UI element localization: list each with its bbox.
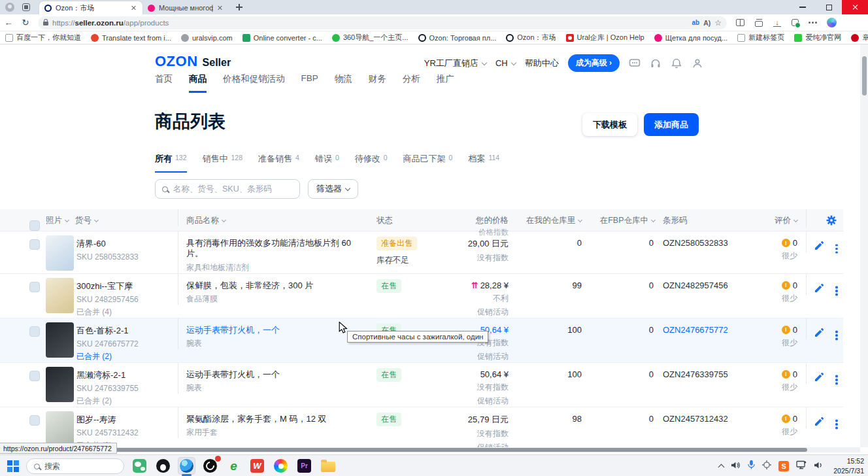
edit-pencil-icon[interactable] (815, 372, 824, 384)
filter-tab[interactable]: 待修改0 (355, 153, 388, 173)
taskbar-search[interactable]: 搜索 (26, 458, 124, 474)
obs-icon[interactable] (201, 457, 219, 475)
nav-item[interactable]: 推广 (437, 73, 454, 93)
merged-label[interactable]: 已合并 (4) (76, 307, 173, 318)
filter-tab[interactable]: 销售中128 (203, 153, 243, 173)
taskbar-clock[interactable]: 15:52 2025/7/31 (833, 456, 864, 475)
lock-icon[interactable] (43, 22, 48, 26)
product-photo[interactable] (46, 411, 74, 447)
close-button[interactable] (842, 0, 868, 14)
headset-icon[interactable] (650, 58, 661, 69)
profile-avatar-icon[interactable] (5, 3, 14, 12)
price-value[interactable]: 29,00 日元 (468, 239, 509, 248)
bookmark-item[interactable]: 爱纯净官网 (794, 33, 841, 42)
download-icon[interactable]: ↓ (773, 19, 781, 27)
product-name[interactable]: 具有消毒作用的强效多功能清洁地板片剂 60 片。 (186, 238, 365, 260)
edit-pencil-icon[interactable] (815, 328, 824, 339)
merged-label[interactable]: 已合并 (2) (76, 351, 173, 362)
product-article[interactable]: 黑濑湾标-2-1 (76, 369, 173, 381)
horizontal-scrollbar-thumb[interactable] (0, 448, 807, 452)
gear-icon[interactable] (826, 218, 837, 228)
product-photo[interactable] (46, 367, 74, 402)
ozon-logo[interactable]: OZON Seller (155, 53, 231, 70)
price-value[interactable]: 25,79 日元 (468, 415, 509, 424)
column-article[interactable]: 货号 (75, 209, 178, 226)
help-center-link[interactable]: 帮助中心 (525, 58, 559, 69)
vertical-scrollbar-thumb[interactable] (862, 56, 867, 95)
table-row[interactable]: 黑濑湾标-2-1 SKU 2476339755 已合并 (2) 运动手表带打火机… (0, 363, 843, 407)
color-wheel-icon[interactable] (272, 457, 290, 475)
price-value[interactable]: 50,64 ¥ (480, 369, 509, 379)
folder-icon[interactable] (319, 457, 337, 475)
store-selector[interactable]: YR工厂直销店 (424, 58, 486, 69)
product-article[interactable]: 百色-首标-2-1 (76, 325, 173, 337)
table-row[interactable]: 300zhi--宝下摩 SKU 2482957456 已合并 (4) 保鲜膜，包… (0, 274, 843, 318)
filter-tab[interactable]: 档案114 (468, 153, 499, 173)
add-product-button[interactable]: 添加商品 (644, 113, 699, 136)
filter-tab[interactable]: 错误0 (315, 153, 339, 173)
back-icon[interactable]: ← (0, 18, 17, 27)
table-row[interactable]: 清界-60 SKU 2580532833 具有消毒作用的强效多功能清洁地板片剂 … (0, 231, 843, 274)
nav-item[interactable]: 价格和促销活动 (223, 73, 285, 93)
bookmark-item[interactable]: Online converter - c... (242, 34, 322, 42)
row-menu-icon[interactable] (835, 416, 838, 428)
download-template-button[interactable]: 下载模板 (582, 113, 637, 136)
bookmark-item[interactable]: Ozon：市场 (506, 33, 556, 42)
filter-tab[interactable]: 准备销售4 (258, 153, 299, 173)
bookmark-item[interactable]: Translate text from i... (91, 34, 171, 42)
nav-item[interactable]: 物流 (335, 73, 352, 93)
column-stock[interactable]: 在我的仓库里 (516, 209, 588, 226)
edge-icon[interactable] (178, 457, 195, 475)
product-name[interactable]: 聚氨酯涂层，家务手套，M 码，12 双 (186, 414, 365, 424)
tab-close-icon[interactable] (131, 5, 137, 11)
split-screen-icon[interactable] (736, 19, 744, 26)
row-checkbox[interactable] (29, 326, 40, 337)
edit-pencil-icon[interactable] (815, 416, 824, 428)
table-row[interactable]: 图岁--寿涛 SKU 2457312432 已合并 (3) 聚氨酯涂层，家务手套… (0, 407, 843, 448)
price-value[interactable]: 28,28 ¥ (480, 280, 509, 290)
workspaces-icon[interactable] (22, 3, 30, 11)
minimize-button[interactable] (790, 0, 816, 14)
wechat-icon[interactable] (131, 457, 148, 475)
new-tab-button[interactable] (234, 2, 244, 12)
horizontal-scrollbar[interactable] (0, 447, 860, 452)
bookmark-item[interactable]: 百度一下，你就知道 (5, 33, 81, 42)
filter-tab[interactable]: 商品已下架0 (403, 153, 453, 173)
display-icon[interactable] (796, 460, 807, 472)
column-name[interactable]: 商品名称 (178, 209, 373, 226)
wps-icon[interactable] (248, 457, 266, 475)
url-text[interactable]: https://seller.ozon.ru/app/products (52, 19, 688, 27)
product-photo[interactable] (46, 278, 74, 313)
maximize-button[interactable] (816, 0, 842, 14)
search-input[interactable]: 名称、货号、SKU、条形码 (155, 179, 300, 199)
browser-tab[interactable]: Ozon：市场 (39, 1, 142, 14)
collections-icon[interactable] (755, 21, 763, 27)
star-icon[interactable]: ☆ (714, 18, 722, 27)
tab-close-icon[interactable] (217, 5, 224, 11)
premium-button[interactable]: 成为高级 › (568, 54, 620, 72)
bookmark-item[interactable]: uralsvip.com (181, 34, 233, 42)
bell-icon[interactable] (671, 58, 682, 69)
bookmark-item[interactable]: 360导航_一个主页... (332, 33, 409, 42)
barcode[interactable]: OZN2476675772 (660, 318, 748, 335)
speaker-icon[interactable] (814, 460, 824, 472)
product-name[interactable]: 保鲜膜，包装，非常经济，300 片 (186, 280, 365, 291)
volume-icon[interactable] (731, 460, 741, 472)
select-all-checkbox[interactable] (29, 220, 40, 231)
copilot-icon[interactable] (827, 18, 837, 27)
browser-tab[interactable]: Мощные многофункциональнь (142, 1, 229, 14)
nav-item[interactable]: 财务 (369, 73, 386, 93)
windows-start-icon[interactable] (7, 460, 19, 472)
row-menu-icon[interactable] (835, 241, 838, 252)
chat-icon[interactable] (629, 58, 641, 69)
sogou-icon[interactable] (778, 461, 789, 471)
column-photo[interactable]: 照片 (46, 209, 75, 226)
bookmark-item[interactable]: Ozon: Торговая пл... (418, 34, 497, 42)
read-aloud-icon[interactable] (703, 19, 710, 27)
product-article[interactable]: 300zhi--宝下摩 (76, 280, 173, 292)
extensions-icon[interactable] (792, 19, 799, 26)
merged-label[interactable]: 已合并 (2) (76, 396, 173, 407)
row-checkbox[interactable] (29, 415, 40, 426)
filters-button[interactable]: 筛选器 (308, 179, 358, 199)
translate-icon[interactable] (692, 19, 699, 26)
